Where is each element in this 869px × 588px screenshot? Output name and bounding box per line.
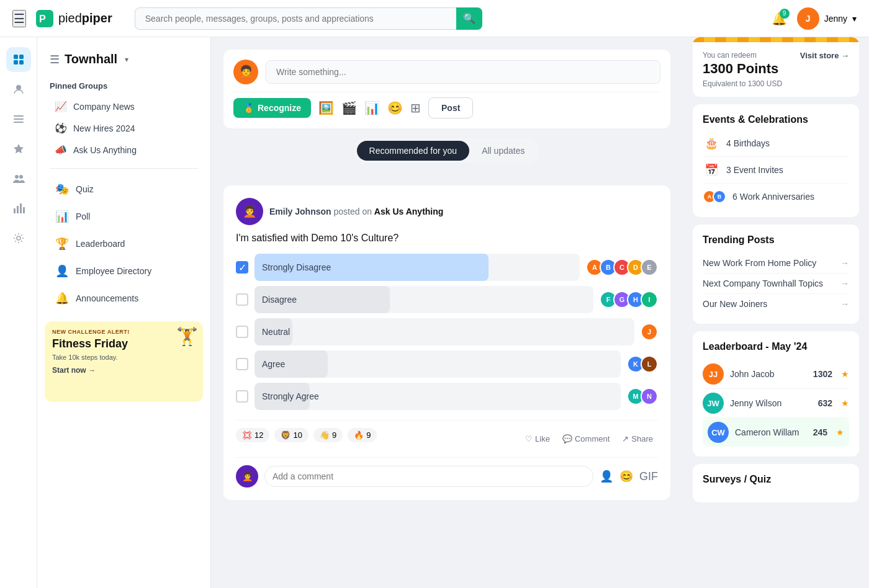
poll-checkbox-strongly-disagree[interactable]: ✓ [236,261,248,274]
poll-checkbox-agree[interactable] [236,358,248,370]
arrow-icon: → [840,258,849,268]
events-title: Events & Celebrations [703,114,849,125]
icon-nav-analytics[interactable] [6,196,31,221]
poll-bar-label: Agree [254,359,292,369]
points-value: 1300 Points [703,61,778,77]
poll-option-agree: Agree K L [236,350,658,378]
tab-recommended[interactable]: Recommended for you [357,141,470,161]
leaderboard-item-2[interactable]: CW Cameron Willam 245 ★ [703,418,849,447]
reaction-chip-1[interactable]: 🦁 10 [274,428,308,442]
poll-avatars-disagree: F G H I [600,291,658,308]
search-button[interactable]: 🔍 [456,7,482,30]
sidebar-item-poll[interactable]: 📊 Poll [42,203,205,229]
post-group-link[interactable]: Ask Us Anything [374,207,444,216]
trending-card: Trending Posts New Work From Home Policy… [693,225,859,324]
post-button[interactable]: Post [428,97,473,118]
trending-item-0[interactable]: New Work From Home Policy → [703,253,849,274]
trending-item-1[interactable]: Next Company Townhall Topics → [703,274,849,294]
sidebar-item-ask-us-anything[interactable]: 📣 Ask Us Anything [42,139,205,161]
visit-store-button[interactable]: Visit store → [800,51,849,60]
banner-link[interactable]: Start now → [52,366,196,375]
search-input[interactable] [135,7,482,30]
poll-voter-avatar: L [641,355,658,373]
sidebar-item-quiz[interactable]: 🎭 Quiz [42,176,205,202]
gif-button[interactable]: 🎬 [341,100,357,115]
directory-icon: 👤 [55,264,70,278]
share-button[interactable]: ↗ Share [617,432,658,446]
poll-bar-agree[interactable]: Agree [254,350,621,378]
birthdays-item[interactable]: 🎂 4 Birthdays [703,133,849,154]
icon-nav-profile[interactable] [6,77,31,102]
event-invites-item[interactable]: 📅 3 Event Invites [703,159,849,180]
anniversaries-item[interactable]: A B 6 Work Anniversaries [703,186,849,207]
comment-input[interactable] [264,466,593,487]
poll-checkbox-strongly-agree[interactable] [236,390,248,403]
leaderboard-item-0[interactable]: JJ John Jacob 1302 ★ [703,360,849,389]
poll-bar-neutral[interactable]: Neutral [254,318,634,345]
sidebar-item-leaderboard[interactable]: 🏆 Leaderboard [42,231,205,257]
sidebar-item-announcements[interactable]: 🔔 Announcements [42,285,205,311]
trending-item-2[interactable]: Our New Joiners → [703,294,849,314]
comment-gif-button[interactable]: GIF [639,470,658,483]
chart-button[interactable]: 📊 [364,100,380,115]
reaction-chip-3[interactable]: 🔥 9 [348,428,377,442]
comment-mention-button[interactable]: 👤 [600,470,613,483]
comment-button[interactable]: 💬 Comment [557,432,615,446]
poll-checkbox-neutral[interactable] [236,326,248,338]
search-bar: 🔍 [135,7,482,30]
poll-options: ✓ Strongly Disagree A B C D E [236,254,658,410]
poll-bar-strongly-disagree[interactable]: Strongly Disagree [254,254,580,281]
compose-input[interactable] [266,60,660,84]
poll-option-strongly-disagree: ✓ Strongly Disagree A B C D E [236,254,658,281]
events-divider [703,156,849,157]
reaction-chip-2[interactable]: 👋 9 [313,428,343,442]
events-card: Events & Celebrations 🎂 4 Birthdays 📅 3 … [693,104,859,217]
comment-emoji-button[interactable]: 😊 [619,470,633,483]
leaderboard-avatar: JW [703,393,724,414]
more-options-button[interactable]: ⊞ [410,100,421,115]
like-label: Like [535,434,550,443]
leaderboard-item-1[interactable]: JW Jenny Wilson 632 ★ [703,389,849,418]
sidebar-item-employee-directory[interactable]: 👤 Employee Directory [42,258,205,284]
user-menu[interactable]: J Jenny ▾ [797,7,857,30]
poll-checkbox-disagree[interactable] [236,293,248,306]
recognize-button[interactable]: 🏅 Recognize [233,98,311,118]
hamburger-menu-button[interactable]: ☰ [12,10,26,27]
profile-icon [12,83,25,96]
image-upload-button[interactable]: 🖼️ [318,100,334,115]
poll-bar-label: Neutral [254,327,297,337]
post-posted-on: posted on [333,207,374,216]
svg-rect-8 [14,118,24,120]
reaction-chip-0[interactable]: 💢 12 [236,428,269,442]
svg-text:P: P [39,14,46,24]
right-panel: You can redeem 1300 Points Visit store →… [683,37,869,588]
logo-icon: P [36,10,53,27]
poll-bar-disagree[interactable]: Disagree [254,286,593,313]
emoji-button[interactable]: 😊 [387,100,403,115]
sidebar-menu-button[interactable]: ☰ [50,53,60,66]
star-icon: ★ [841,369,849,379]
sidebar-item-new-hires[interactable]: ⚽ New Hires 2024 [42,117,205,139]
svg-rect-14 [20,203,22,213]
poll-bar-strongly-agree[interactable]: Strongly Agree [254,383,621,410]
icon-nav-settings[interactable] [6,226,31,251]
icon-nav-list[interactable] [6,107,31,131]
notification-button[interactable]: 🔔 9 [772,11,787,26]
sidebar-item-company-news[interactable]: 📈 Company News [42,96,205,117]
grid-icon [12,53,25,66]
logo-text: piedpiper [58,11,112,25]
star-icon: ★ [841,398,849,408]
tab-all-updates[interactable]: All updates [469,141,537,161]
sidebar-item-label: Announcements [76,293,138,303]
icon-nav-star[interactable] [6,136,31,161]
leaderboard-avatar: JJ [703,363,724,385]
icon-nav-people[interactable] [6,166,31,191]
reaction-emoji: 💢 [242,430,252,440]
reaction-count: 9 [332,430,336,440]
like-button[interactable]: ♡ Like [520,432,555,446]
icon-nav-home[interactable] [6,47,31,72]
analytics-icon [12,202,25,215]
post-author-avatar: 🧑‍🦱 [236,198,263,225]
sidebar-fitness-banner[interactable]: 🏋 NEW CHALLENGE ALERT! Fitness Friday Ta… [45,321,203,402]
announcements-icon: 🔔 [55,292,70,305]
